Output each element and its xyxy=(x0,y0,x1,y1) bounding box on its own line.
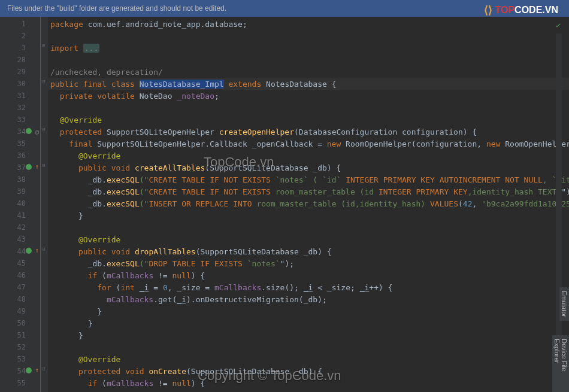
banner-text: Files under the "build" folder are gener… xyxy=(7,4,226,13)
code-line[interactable]: _db.execSQL("CREATE TABLE IF NOT EXISTS … xyxy=(48,174,569,186)
code-line[interactable]: import ... xyxy=(48,42,569,54)
code-line[interactable]: _db.execSQL("DROP TABLE IF EXISTS `notes… xyxy=(48,257,569,269)
override-at-icon: @ xyxy=(35,129,39,135)
code-line[interactable]: _db.execSQL("INSERT OR REPLACE INTO room… xyxy=(48,197,569,209)
code-line[interactable]: final SupportSQLiteOpenHelper.Callback _… xyxy=(48,138,569,150)
line-number[interactable]: 43 xyxy=(0,233,40,245)
fold-toggle-icon[interactable]: ⊞ xyxy=(42,43,47,48)
fold-toggle-icon[interactable]: ⊟ xyxy=(42,163,47,168)
line-number[interactable]: 33 xyxy=(0,114,40,126)
line-number[interactable]: 48 xyxy=(0,293,40,305)
code-line[interactable] xyxy=(48,30,569,42)
line-number[interactable]: 41 xyxy=(0,209,40,221)
code-line[interactable]: if (mCallbacks != null) { xyxy=(48,377,569,389)
line-number[interactable]: 29 xyxy=(0,66,40,78)
watermark-logo: ⟨⟩ TOPCODE.VN xyxy=(484,4,558,17)
line-number[interactable]: 54↑ xyxy=(0,365,40,377)
code-line[interactable] xyxy=(48,341,569,353)
line-number[interactable]: 45 xyxy=(0,257,40,269)
code-line[interactable]: _db.execSQL("CREATE TABLE IF NOT EXISTS … xyxy=(48,186,569,197)
line-number[interactable]: 51 xyxy=(0,329,40,341)
code-line[interactable]: public void createAllTables(SupportSQLit… xyxy=(48,162,569,174)
code-line[interactable]: for (int _i = 0, _size = mCallbacks.size… xyxy=(48,389,569,392)
line-number[interactable]: 49 xyxy=(0,305,40,317)
line-number[interactable]: 2 xyxy=(0,30,40,42)
line-number[interactable]: 50 xyxy=(0,317,40,329)
code-line[interactable]: protected SupportSQLiteOpenHelper create… xyxy=(48,126,569,138)
tool-window-tab-device-explorer[interactable]: Device File Explorer xyxy=(552,335,569,392)
tool-window-tab-emulator[interactable]: Emulator xyxy=(559,287,569,321)
line-number[interactable]: 46 xyxy=(0,269,40,281)
code-line[interactable]: @Override xyxy=(48,114,569,126)
code-line[interactable]: } xyxy=(48,317,569,329)
line-number[interactable]: 55 xyxy=(0,377,40,389)
line-number[interactable]: 40 xyxy=(0,197,40,209)
folded-imports[interactable]: ... xyxy=(83,44,99,53)
line-number[interactable]: 34@ xyxy=(0,126,40,138)
code-line[interactable] xyxy=(48,102,569,114)
override-marker-icon[interactable] xyxy=(26,367,32,373)
code-line[interactable]: } xyxy=(48,329,569,341)
override-marker-icon[interactable] xyxy=(26,164,32,170)
code-line[interactable]: for (int _i = 0, _size = mCallbacks.size… xyxy=(48,281,569,293)
line-number[interactable]: 42 xyxy=(0,221,40,233)
override-marker-icon[interactable] xyxy=(26,248,32,254)
line-number[interactable]: 47 xyxy=(0,281,40,293)
code-line[interactable]: if (mCallbacks != null) { xyxy=(48,269,569,281)
line-number[interactable]: 1 xyxy=(0,18,40,30)
line-number[interactable]: 52 xyxy=(0,341,40,353)
editor-main: 1 2 3 28 29 30 31 32 33 34@ 35 36 37↑ 38… xyxy=(0,17,569,392)
fold-toggle-icon[interactable]: ⊟ xyxy=(42,79,47,84)
line-number[interactable]: 30 xyxy=(0,78,40,90)
code-line[interactable]: @Override xyxy=(48,233,569,245)
code-line[interactable] xyxy=(48,54,569,66)
code-line[interactable]: @Override xyxy=(48,353,569,365)
line-number[interactable]: 31 xyxy=(0,90,40,102)
override-arrow-icon: ↑ xyxy=(35,247,39,254)
code-line[interactable]: } xyxy=(48,305,569,317)
line-number[interactable]: 53 xyxy=(0,353,40,365)
fold-column[interactable]: ⊞ ⊟ ⊟ ⊟ ⊟ ⊟ xyxy=(41,17,48,392)
line-number[interactable]: 35 xyxy=(0,138,40,150)
line-number[interactable]: 38 xyxy=(0,174,40,186)
line-number[interactable]: 28 xyxy=(0,54,40,66)
override-arrow-icon: ↑ xyxy=(35,366,39,374)
logo-icon: ⟨⟩ xyxy=(484,4,492,17)
code-line[interactable]: public final class NotesDatabase_Impl ex… xyxy=(48,78,569,90)
code-line[interactable]: public void dropAllTables(SupportSQLiteD… xyxy=(48,245,569,257)
line-number[interactable]: 32 xyxy=(0,102,40,114)
code-line[interactable]: package com.uef.android_note_app.databas… xyxy=(48,18,569,30)
line-gutter[interactable]: 1 2 3 28 29 30 31 32 33 34@ 35 36 37↑ 38… xyxy=(0,17,41,392)
code-line[interactable]: } xyxy=(48,209,569,221)
code-line[interactable] xyxy=(48,221,569,233)
code-line[interactable]: private volatile NoteDao _noteDao; xyxy=(48,90,569,102)
code-editor[interactable]: package com.uef.android_note_app.databas… xyxy=(48,17,569,392)
code-line[interactable]: mCallbacks.get(_i).onDestructiveMigratio… xyxy=(48,293,569,305)
override-marker-icon[interactable] xyxy=(26,128,32,134)
line-number[interactable]: 44↑ xyxy=(0,245,40,257)
fold-toggle-icon[interactable]: ⊟ xyxy=(42,127,47,132)
code-line[interactable]: @Override xyxy=(48,150,569,162)
fold-toggle-icon[interactable]: ⊟ xyxy=(42,366,47,371)
line-number[interactable]: 3 xyxy=(0,42,40,54)
line-number[interactable]: 37↑ xyxy=(0,162,40,174)
line-number[interactable]: 56 xyxy=(0,389,40,392)
code-line[interactable]: protected void onCreate(SupportSQLiteDat… xyxy=(48,365,569,377)
override-arrow-icon: ↑ xyxy=(35,163,39,171)
line-number[interactable]: 36 xyxy=(0,150,40,162)
fold-toggle-icon[interactable]: ⊟ xyxy=(42,247,47,251)
line-number[interactable]: 39 xyxy=(0,186,40,197)
code-line[interactable]: /unchecked, deprecation/ xyxy=(48,66,569,78)
